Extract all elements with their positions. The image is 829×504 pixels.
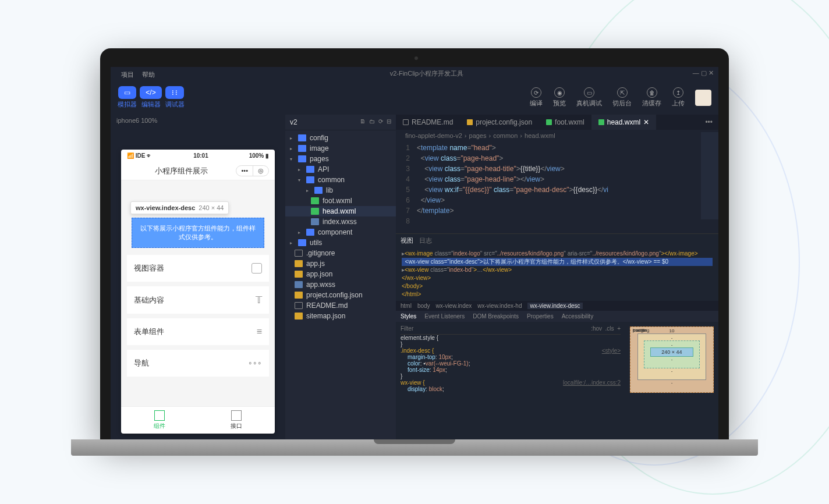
- highlighted-element[interactable]: 以下将展示小程序官方组件能力，组件样式仅供参考。: [132, 218, 264, 248]
- accessibility-tab[interactable]: Accessibility: [562, 313, 593, 320]
- status-signal: 📶 IDE ᯤ: [127, 152, 153, 159]
- tab-projconfig[interactable]: project.config.json: [460, 115, 539, 130]
- list-item[interactable]: 视图容器: [127, 255, 269, 282]
- close-tab-icon[interactable]: ✕: [643, 118, 649, 126]
- tree-file[interactable]: .gitignore: [285, 248, 396, 258]
- action-remote[interactable]: ▭真机调试: [576, 87, 602, 108]
- tree-file[interactable]: index.wxss: [285, 216, 396, 227]
- window-titlebar: 项目 帮助 v2-FinClip小程序开发工具 — ▢ ✕: [111, 67, 718, 83]
- collapse-icon[interactable]: ⊟: [387, 118, 391, 126]
- menu-project[interactable]: 项目: [121, 70, 134, 79]
- tab-readme[interactable]: README.md: [396, 115, 460, 130]
- styles-filter[interactable]: Filter: [401, 325, 413, 332]
- nav-icon: ∘∘∘: [248, 359, 262, 367]
- tree-folder[interactable]: ▾pages: [285, 154, 396, 164]
- window-controls[interactable]: — ▢ ✕: [693, 69, 714, 80]
- refresh-icon[interactable]: ⟳: [378, 118, 383, 126]
- tabs-overflow[interactable]: •••: [699, 118, 718, 126]
- listeners-tab[interactable]: Event Listeners: [424, 313, 465, 320]
- simulator-device-info[interactable]: iphone6 100%: [111, 115, 285, 126]
- tree-file[interactable]: README.md: [285, 300, 396, 311]
- box-model[interactable]: margin 10 border - padding - 240 × 4: [625, 322, 718, 439]
- close-circle-icon[interactable]: ◎: [253, 166, 268, 176]
- hov-toggle[interactable]: :hov: [591, 325, 602, 332]
- devtools-tab-view[interactable]: 视图: [401, 236, 413, 245]
- code-editor[interactable]: 1<template name="head"> 2 <view class="p…: [396, 141, 718, 233]
- tabbar-api[interactable]: 接口: [198, 407, 275, 434]
- styles-panel[interactable]: Filter :hov .cls + element.style { } .in…: [396, 322, 625, 439]
- tooltip-dimensions: 240 × 44: [199, 204, 224, 211]
- file-explorer: v2 🗎 🗀 ⟳ ⊟ ▸config ▸image ▾pages ▸API: [285, 115, 396, 439]
- toggle-editor-icon[interactable]: </>: [140, 86, 161, 99]
- tree-file[interactable]: sitemap.json: [285, 311, 396, 321]
- toggle-editor-label[interactable]: 编辑器: [141, 100, 161, 109]
- action-compile[interactable]: ⟳编译: [530, 87, 543, 108]
- minimap[interactable]: [701, 132, 718, 219]
- toggle-debugger-label[interactable]: 调试器: [165, 100, 185, 109]
- text-icon: 𝕋: [256, 294, 262, 306]
- breadcrumb[interactable]: fino-applet-demo-v2›pages›common›head.wx…: [396, 130, 718, 141]
- tree-folder[interactable]: ▸utils: [285, 237, 396, 248]
- api-icon: [231, 410, 242, 421]
- ide-window: 项目 帮助 v2-FinClip小程序开发工具 — ▢ ✕ ▭ </> ⫶⫶: [111, 67, 718, 439]
- list-item[interactable]: 基础内容𝕋: [127, 286, 269, 314]
- action-upload[interactable]: ↥上传: [672, 87, 685, 108]
- properties-tab[interactable]: Properties: [527, 313, 554, 320]
- phone-preview: 📶 IDE ᯤ 10:01 100% ▮ 小程序组件展示 •••◎ wx-vie…: [121, 150, 275, 434]
- simulator-pane: iphone6 100% 📶 IDE ᯤ 10:01 100% ▮ 小程序组件展…: [111, 115, 285, 439]
- tree-file[interactable]: project.config.json: [285, 290, 396, 300]
- action-clear[interactable]: 🗑清缓存: [642, 87, 661, 108]
- toggle-debugger-icon[interactable]: ⫶⫶: [165, 86, 184, 99]
- tree-file[interactable]: head.wxml: [285, 206, 396, 216]
- tree-file[interactable]: foot.wxml: [285, 196, 396, 206]
- tree-folder[interactable]: ▸config: [285, 133, 396, 143]
- list-icon: ≡: [257, 326, 262, 337]
- inspector-tooltip: wx-view.index-desc240 × 44: [130, 201, 229, 214]
- user-avatar[interactable]: [695, 90, 711, 106]
- list-item[interactable]: 表单组件≡: [127, 318, 269, 345]
- tab-head[interactable]: head.wxml✕: [591, 115, 656, 130]
- laptop-frame: 项目 帮助 v2-FinClip小程序开发工具 — ▢ ✕ ▭ </> ⫶⫶: [100, 48, 729, 456]
- editor-area: README.md project.config.json foot.wxml …: [396, 115, 718, 439]
- dom-inspector[interactable]: ▸<wx-image class="index-logo" src="../re…: [396, 247, 718, 301]
- page-title: 小程序组件展示: [127, 166, 236, 176]
- tree-folder[interactable]: ▾common: [285, 175, 396, 185]
- cls-toggle[interactable]: .cls: [605, 325, 614, 332]
- component-icon: [154, 410, 165, 421]
- list-item[interactable]: 导航∘∘∘: [127, 350, 269, 377]
- window-title: v2-FinClip小程序开发工具: [390, 69, 464, 80]
- tooltip-selector: wx-view.index-desc: [136, 204, 195, 211]
- background-icon: ⇱: [617, 87, 628, 98]
- devtools-tab-log[interactable]: 日志: [419, 236, 432, 245]
- tabbar-component[interactable]: 组件: [121, 407, 198, 434]
- tree-file[interactable]: app.wxss: [285, 279, 396, 290]
- explorer-root[interactable]: v2: [290, 118, 297, 126]
- compile-icon: ⟳: [531, 87, 541, 98]
- action-background[interactable]: ⇱切后台: [612, 87, 632, 108]
- devtools-panel: 视图 日志 ▸<wx-image class="index-logo" src=…: [396, 233, 718, 439]
- status-time: 10:01: [193, 152, 208, 159]
- menu-dots-icon[interactable]: •••: [236, 166, 253, 176]
- tree-folder[interactable]: ▸component: [285, 227, 396, 237]
- preview-icon: ◉: [554, 87, 565, 98]
- toggle-simulator-label[interactable]: 模拟器: [118, 100, 137, 109]
- dom-breakpoints-tab[interactable]: DOM Breakpoints: [473, 313, 519, 320]
- styles-tab[interactable]: Styles: [401, 313, 416, 320]
- tree-file[interactable]: app.js: [285, 258, 396, 269]
- upload-icon: ↥: [673, 87, 683, 98]
- dom-breadcrumb[interactable]: htmlbodywx-view.indexwx-view.index-hdwx-…: [396, 301, 718, 311]
- status-battery: 100% ▮: [249, 152, 269, 159]
- add-rule-icon[interactable]: +: [617, 325, 621, 332]
- toggle-simulator-icon[interactable]: ▭: [118, 86, 136, 99]
- remote-icon: ▭: [584, 87, 594, 98]
- new-folder-icon[interactable]: 🗀: [369, 118, 375, 126]
- capsule-button[interactable]: •••◎: [236, 165, 269, 176]
- action-preview[interactable]: ◉预览: [553, 87, 566, 108]
- new-file-icon[interactable]: 🗎: [360, 118, 366, 126]
- menu-help[interactable]: 帮助: [142, 70, 155, 79]
- tree-folder[interactable]: ▸image: [285, 143, 396, 154]
- tree-folder[interactable]: ▸lib: [285, 185, 396, 196]
- tree-folder[interactable]: ▸API: [285, 164, 396, 175]
- tab-foot[interactable]: foot.wxml: [539, 115, 591, 130]
- tree-file[interactable]: app.json: [285, 269, 396, 279]
